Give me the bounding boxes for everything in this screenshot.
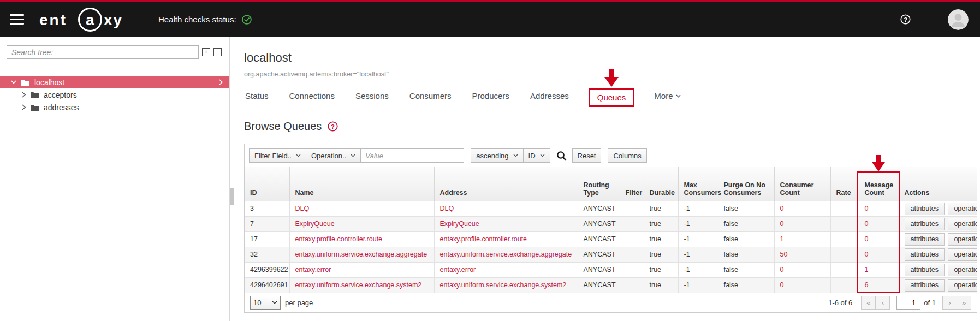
tree-node-localhost[interactable]: localhost [0, 76, 229, 88]
tab-connections[interactable]: Connections [288, 91, 336, 100]
tab-sessions[interactable]: Sessions [354, 91, 390, 100]
attributes-button[interactable]: attributes [905, 203, 945, 215]
operations-button[interactable]: operations [948, 279, 977, 292]
tree-node-acceptors[interactable]: acceptors [0, 88, 229, 101]
cell-filter [620, 231, 644, 247]
next-page-icon[interactable]: › [942, 296, 957, 310]
cell-consumer-count: 0 [774, 216, 830, 231]
filter-field-dropdown[interactable]: Filter Field.. [249, 148, 306, 163]
tab-more[interactable]: More [653, 91, 682, 100]
sort-order-dropdown[interactable]: ascending [471, 148, 523, 163]
cell-routing-type: ANYCAST [578, 201, 620, 216]
col-header-routing-type: Routing Type [578, 167, 620, 201]
tree-sidebar: + − localhost [0, 37, 230, 321]
search-tree-input[interactable] [7, 45, 199, 59]
cell-message-count: 1 [859, 262, 899, 277]
cell-actions: attributes operations [899, 216, 977, 231]
chevron-down-icon [11, 80, 16, 84]
cell-name-link[interactable]: entaxy.error [289, 262, 434, 277]
sort-by-dropdown[interactable]: ID [523, 148, 550, 163]
operations-button[interactable]: operations [948, 264, 977, 276]
cell-name-link[interactable]: DLQ [289, 201, 434, 216]
svg-text:?: ? [331, 123, 335, 130]
per-page-select[interactable]: 10 [250, 296, 281, 310]
chevron-right-icon [22, 92, 26, 98]
operations-button[interactable]: operations [948, 203, 977, 215]
cell-address-link[interactable]: entaxy.error [434, 262, 578, 277]
tab-producers[interactable]: Producers [471, 91, 510, 100]
cell-routing-type: ANYCAST [578, 216, 620, 231]
filter-field-label: Filter Field.. [254, 152, 292, 160]
tree-node-label: localhost [34, 78, 64, 87]
filter-value-input[interactable] [360, 148, 464, 163]
tab-consumers[interactable]: Consumers [408, 91, 453, 100]
cell-rate [830, 216, 859, 231]
cell-name-link[interactable]: ExpiryQueue [289, 216, 434, 231]
last-page-icon[interactable]: » [957, 296, 971, 310]
cell-address-link[interactable]: entaxy.uniform.service.exchange.system2 [434, 277, 578, 293]
col-header-purge-on-no-consumers: Purge On No Consumers [718, 167, 774, 201]
attributes-button[interactable]: attributes [905, 233, 945, 246]
cell-max-consumers: -1 [678, 201, 718, 216]
col-header-filter: Filter [620, 167, 644, 201]
header-right-group: ? [900, 9, 980, 30]
mbean-subtitle: org.apache.activemq.artemis:broker="loca… [244, 70, 977, 78]
operation-label: Operation.. [311, 152, 346, 160]
search-icon[interactable] [556, 151, 567, 161]
cell-max-consumers: -1 [678, 277, 718, 293]
page-title: localhost [244, 51, 977, 65]
col-header-rate: Rate [830, 167, 859, 201]
cell-address-link[interactable]: DLQ [434, 201, 578, 216]
cell-address-link[interactable]: ExpiryQueue [434, 216, 578, 231]
health-ok-check-icon[interactable] [242, 15, 252, 25]
hamburger-menu-icon[interactable] [10, 14, 24, 25]
cell-consumer-count: 0 [774, 262, 830, 277]
tree-node-addresses[interactable]: addresses [0, 101, 229, 114]
cell-rate [830, 277, 859, 293]
broker-tree: localhost acceptors [0, 76, 229, 114]
page-number-input[interactable] [896, 296, 920, 310]
operations-button[interactable]: operations [948, 218, 977, 230]
columns-button[interactable]: Columns [608, 148, 646, 163]
first-page-icon[interactable]: « [861, 296, 876, 310]
cell-message-count: 0 [859, 201, 899, 216]
expand-all-icon[interactable]: + [202, 48, 210, 56]
attributes-button[interactable]: attributes [905, 264, 945, 276]
reset-button[interactable]: Reset [572, 148, 602, 163]
operation-dropdown[interactable]: Operation.. [306, 148, 361, 163]
svg-text:ent: ent [39, 11, 67, 28]
question-circle-icon[interactable]: ? [328, 121, 338, 132]
cell-durable: true [644, 262, 678, 277]
cell-name-link[interactable]: entaxy.profile.controller.route [289, 231, 434, 247]
tab-addresses[interactable]: Addresses [529, 91, 570, 100]
tab-queues[interactable]: Queues [589, 88, 635, 107]
operations-button[interactable]: operations [948, 233, 977, 246]
tab-status[interactable]: Status [244, 91, 270, 100]
browse-queues-panel: Filter Field.. Operation.. ascending [244, 144, 977, 313]
help-icon[interactable]: ? [900, 14, 911, 25]
cell-actions: attributes operations [899, 247, 977, 262]
attributes-button[interactable]: attributes [905, 248, 945, 261]
operations-button[interactable]: operations [948, 248, 977, 261]
folder-icon [31, 104, 39, 111]
user-avatar[interactable] [948, 9, 969, 30]
entaxy-logo[interactable]: ent a xy [36, 7, 128, 32]
attributes-button[interactable]: attributes [905, 279, 945, 292]
prev-page-icon[interactable]: ‹ [875, 296, 890, 310]
cell-address-link[interactable]: entaxy.profile.controller.route [434, 231, 578, 247]
cell-purge-on-no-consumers: false [718, 231, 774, 247]
svg-text:a: a [86, 11, 94, 28]
svg-text:xy: xy [104, 11, 123, 28]
col-header-max-consumers: Max Consumers [678, 167, 718, 201]
cell-name-link[interactable]: entaxy.uniform.service.exchange.system2 [289, 277, 434, 293]
cell-address-link[interactable]: entaxy.uniform.service.exchange.aggregat… [434, 247, 578, 262]
tab-more-label: More [654, 91, 673, 100]
cell-message-count: 6 [859, 277, 899, 293]
cell-purge-on-no-consumers: false [718, 201, 774, 216]
tree-search-row: + − [7, 45, 223, 59]
attributes-button[interactable]: attributes [905, 218, 945, 230]
folder-icon [31, 92, 39, 98]
cell-name-link[interactable]: entaxy.uniform.service.exchange.aggregat… [289, 247, 434, 262]
pagination-range: 1-6 of 6 [828, 299, 852, 307]
collapse-all-icon[interactable]: − [213, 48, 222, 56]
